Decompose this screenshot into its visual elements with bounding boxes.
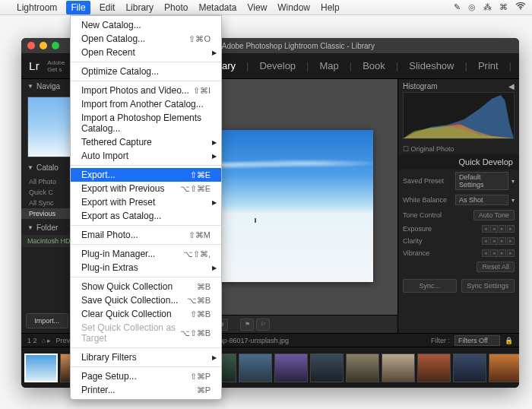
- file-menu-dropdown: New Catalog...Open Catalog...⇧⌘OOpen Rec…: [70, 15, 222, 400]
- lr-logo: Lr: [29, 59, 40, 72]
- menu-item[interactable]: Import Photos and Video...⇧⌘I: [71, 84, 221, 97]
- menu-item[interactable]: Export with Preset: [71, 195, 221, 209]
- import-button[interactable]: Import...: [26, 313, 68, 328]
- menu-item[interactable]: Export as Catalog...: [71, 209, 221, 223]
- filmstrip-thumb[interactable]: [24, 354, 58, 382]
- menu-photo[interactable]: Photo: [164, 2, 188, 13]
- module-picker: Library| Develop| Map| Book| Slideshow| …: [205, 60, 511, 71]
- menu-item[interactable]: Import from Another Catalog...: [71, 97, 221, 111]
- sync-settings-button[interactable]: Sync Settings: [461, 279, 515, 293]
- original-photo-checkbox[interactable]: ☐ Original Photo: [398, 144, 519, 154]
- exposure-stepper[interactable]: ◂◂▸▸: [482, 225, 515, 233]
- wb-label: White Balance: [403, 196, 452, 204]
- menu-item[interactable]: Open Catalog...⇧⌘O: [71, 32, 221, 46]
- module-develop[interactable]: Develop: [259, 60, 296, 71]
- menu-item[interactable]: Tethered Capture: [71, 135, 221, 149]
- menu-item[interactable]: Library Filters: [71, 350, 221, 364]
- reset-all-button[interactable]: Reset All: [477, 262, 515, 272]
- filmstrip-thumb[interactable]: [346, 354, 379, 382]
- menu-metadata[interactable]: Metadata: [198, 2, 236, 13]
- histogram-plot[interactable]: [403, 92, 515, 139]
- saved-preset-label: Saved Preset: [403, 177, 452, 185]
- minimize-icon[interactable]: [40, 42, 47, 49]
- saved-preset-select[interactable]: Default Settings: [455, 172, 508, 190]
- lr-subtitle: AdobeGet s: [47, 59, 65, 73]
- right-panel: Histogram◀ ☐ Original Photo Quick Develo…: [397, 79, 519, 333]
- menu-item[interactable]: Set Quick Collection as Target⌥⇧⌘B: [71, 321, 221, 345]
- menu-item[interactable]: Export with Previous⌥⇧⌘E: [71, 182, 221, 195]
- sync-button[interactable]: Sync...: [403, 279, 457, 293]
- menu-item[interactable]: New Catalog...: [71, 18, 221, 32]
- quick-develop-head[interactable]: Quick Develop: [398, 154, 519, 170]
- auto-tone-button[interactable]: Auto Tone: [473, 210, 515, 220]
- vibrance-label: Vibrance: [403, 249, 479, 257]
- filmstrip-thumb[interactable]: [382, 354, 415, 382]
- menu-item[interactable]: Import a Photoshop Elements Catalog...: [71, 111, 221, 135]
- control-icon[interactable]: ⌘: [499, 2, 508, 12]
- svg-point-0: [520, 8, 521, 10]
- flag-icon[interactable]: ⚑: [240, 319, 254, 331]
- bluetooth-icon[interactable]: ⁂: [483, 2, 492, 12]
- histogram-label: Histogram: [403, 82, 438, 90]
- reject-icon[interactable]: ⚐: [256, 319, 270, 331]
- menu-item[interactable]: Clear Quick Collection⇧⌘B: [71, 307, 221, 321]
- maximize-icon[interactable]: [52, 42, 59, 49]
- histogram-panel: Histogram◀: [398, 79, 519, 144]
- menu-window[interactable]: Window: [277, 2, 310, 13]
- filter-label: Filter :: [431, 337, 450, 344]
- menu-item[interactable]: Save Quick Collection...⌥⌘B: [71, 293, 221, 307]
- menu-item[interactable]: Export...⇧⌘E: [71, 168, 221, 182]
- breadcrumb-icon[interactable]: ⌂ ▸: [42, 337, 52, 344]
- exposure-label: Exposure: [403, 225, 479, 233]
- mac-menu-bar: Lightroom File Edit Library Photo Metada…: [0, 0, 532, 15]
- module-book[interactable]: Book: [363, 60, 385, 71]
- module-slideshow[interactable]: Slideshow: [409, 60, 454, 71]
- filter-lock-icon[interactable]: 🔒: [505, 337, 513, 344]
- filmstrip-thumb[interactable]: [274, 354, 308, 382]
- filmstrip-thumb[interactable]: [239, 354, 272, 382]
- filmstrip-thumb[interactable]: [310, 354, 344, 382]
- wifi-icon[interactable]: [515, 2, 526, 12]
- menu-item[interactable]: Plug-in Extras: [71, 261, 221, 274]
- close-icon[interactable]: [27, 42, 35, 49]
- filter-select[interactable]: Filters Off: [454, 335, 500, 346]
- menu-item[interactable]: Printer...⌘P: [71, 383, 221, 397]
- menu-item[interactable]: Show Quick Collection⌘B: [71, 280, 221, 293]
- drive-name: Macintosh HD: [27, 237, 71, 245]
- module-map[interactable]: Map: [320, 60, 339, 71]
- filmstrip-thumb[interactable]: [453, 354, 486, 382]
- menu-item[interactable]: Auto Import: [71, 149, 221, 163]
- menu-item[interactable]: Optimize Catalog...: [71, 65, 221, 78]
- second-window-toggle[interactable]: 1 2: [27, 337, 37, 344]
- tone-label: Tone Control: [403, 211, 470, 219]
- clarity-stepper[interactable]: ◂◂▸▸: [482, 237, 515, 245]
- module-print[interactable]: Print: [478, 60, 499, 71]
- menu-library[interactable]: Library: [125, 2, 154, 13]
- menu-edit[interactable]: Edit: [100, 2, 116, 13]
- menu-item[interactable]: Plug-in Manager...⌥⇧⌘,: [71, 247, 221, 261]
- wb-select[interactable]: As Shot: [455, 195, 508, 205]
- menu-item[interactable]: Open Recent: [71, 46, 221, 59]
- menu-lightroom[interactable]: Lightroom: [17, 2, 57, 13]
- pencil-icon[interactable]: ✎: [454, 2, 461, 12]
- menu-item[interactable]: Email Photo...⇧⌘M: [71, 228, 221, 242]
- filmstrip-thumb[interactable]: [417, 354, 451, 382]
- sync-icon[interactable]: ◎: [468, 2, 476, 12]
- clarity-label: Clarity: [403, 237, 479, 245]
- menu-item[interactable]: Page Setup...⇧⌘P: [71, 369, 221, 383]
- menu-view[interactable]: View: [248, 2, 268, 13]
- menu-help[interactable]: Help: [321, 2, 340, 13]
- menu-file[interactable]: File: [66, 1, 90, 14]
- filmstrip-thumb[interactable]: [489, 354, 519, 382]
- vibrance-stepper[interactable]: ◂◂▸▸: [482, 249, 515, 257]
